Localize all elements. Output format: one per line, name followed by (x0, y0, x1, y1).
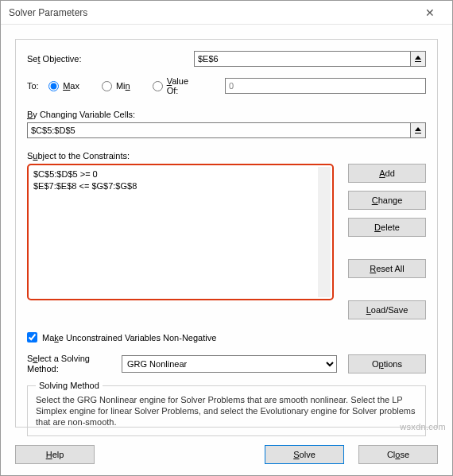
objective-input[interactable] (194, 51, 411, 67)
change-button[interactable]: Change (348, 191, 426, 210)
scrollbar[interactable] (318, 167, 331, 297)
solving-method-desc: Select the GRG Nonlinear engine for Solv… (36, 394, 417, 428)
changing-row (27, 122, 426, 138)
watermark: wsxdn.com (400, 422, 446, 431)
collapse-icon (414, 126, 422, 134)
bottom-bar: Help Solve Close (15, 445, 438, 464)
close-icon[interactable]: ✕ (414, 2, 446, 24)
close-button[interactable]: Close (358, 445, 438, 464)
constraints-label: Subject to the Constraints: (27, 151, 426, 161)
radio-max[interactable]: Max (48, 81, 79, 91)
window-title: Solver Parameters (9, 7, 414, 18)
svg-rect-0 (415, 61, 421, 62)
options-button[interactable]: Options (348, 354, 426, 373)
method-row: Select a Solving Method: GRG Nonlinear O… (27, 354, 426, 374)
changing-input[interactable] (27, 122, 411, 138)
objective-label: Set Objective: (27, 54, 194, 64)
unconstrained-label: Make Unconstrained Variables Non-Negativ… (42, 333, 216, 342)
constraint-buttons: Add Change Delete Reset All Load/Save (348, 164, 426, 319)
solve-button[interactable]: Solve (265, 445, 344, 464)
radio-valueof-input[interactable] (153, 81, 163, 91)
help-button[interactable]: Help (15, 445, 95, 464)
changing-label: By Changing Variable Cells: (27, 110, 426, 119)
objective-row: Set Objective: (27, 51, 426, 67)
radio-max-input[interactable] (48, 81, 59, 91)
unconstrained-checkbox[interactable] (27, 332, 37, 342)
solving-method-title: Solving Method (36, 380, 103, 391)
main-panel: Set Objective: To: Max Min (15, 39, 438, 428)
changing-ref-button[interactable] (411, 122, 426, 138)
reset-all-button[interactable]: Reset All (348, 259, 426, 278)
constraint-item[interactable]: $E$7:$E$8 <= $G$7:$G$8 (33, 180, 327, 192)
collapse-icon (414, 55, 422, 63)
radio-valueof[interactable]: Value Of: (153, 76, 188, 95)
method-label: Select a Solving Method: (27, 354, 110, 374)
solving-method-box: Solving Method Select the GRG Nonlinear … (27, 385, 426, 436)
objective-input-wrap (194, 51, 426, 67)
constraint-item[interactable]: $C$5:$D$5 >= 0 (33, 168, 327, 180)
constraints-list[interactable]: $C$5:$D$5 >= 0 $E$7:$E$8 <= $G$7:$G$8 (27, 164, 334, 300)
radio-min[interactable]: Min (102, 81, 130, 91)
add-button[interactable]: Add (348, 164, 426, 183)
unconstrained-checkbox-row[interactable]: Make Unconstrained Variables Non-Negativ… (27, 332, 426, 342)
svg-rect-1 (415, 133, 421, 134)
method-select[interactable]: GRG Nonlinear (122, 355, 337, 373)
solver-dialog: Solver Parameters ✕ Set Objective: To: (0, 0, 453, 476)
to-label: To: (27, 81, 48, 91)
load-save-button[interactable]: Load/Save (348, 300, 426, 319)
to-row: To: Max Min Value Of: (27, 76, 426, 95)
objective-ref-button[interactable] (411, 51, 426, 67)
titlebar: Solver Parameters ✕ (1, 1, 452, 25)
radio-min-input[interactable] (102, 81, 112, 91)
content-area: Set Objective: To: Max Min (1, 25, 452, 475)
valueof-input (225, 78, 426, 94)
delete-button[interactable]: Delete (348, 218, 426, 237)
constraints-area: $C$5:$D$5 >= 0 $E$7:$E$8 <= $G$7:$G$8 Ad… (27, 164, 426, 319)
changing-input-wrap (27, 122, 426, 138)
